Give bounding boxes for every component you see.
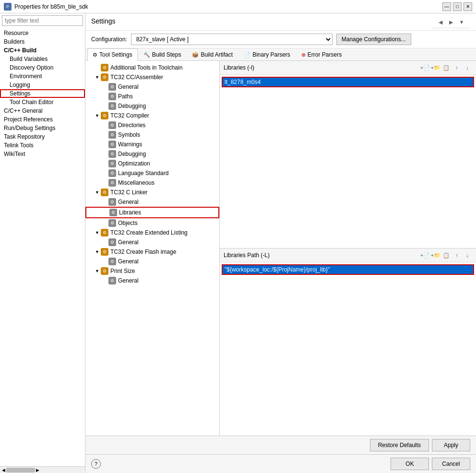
- sidebar-item-discovery[interactable]: Discovery Option: [0, 63, 85, 72]
- restore-defaults-button[interactable]: Restore Defaults: [370, 439, 429, 451]
- sidebar-item-resource[interactable]: Resource: [0, 29, 85, 37]
- print-size-icon: ⚙: [101, 267, 108, 275]
- sidebar-item-telink-tools[interactable]: Telink Tools: [0, 141, 85, 150]
- libpath-add-button[interactable]: +📄: [420, 250, 430, 260]
- content-panel: Settings ◀ ▶ ▼ Configuration: 827x_slave…: [85, 13, 476, 473]
- config-select[interactable]: 827x_slave [ Active ]: [131, 34, 333, 45]
- general-linker-icon: ⚙: [108, 198, 116, 206]
- nav-dropdown-button[interactable]: ▼: [457, 17, 466, 27]
- tree-item-general-linker[interactable]: ⚙ General: [85, 197, 219, 207]
- libraries-add-workspace-button[interactable]: 📋: [441, 63, 451, 72]
- sidebar-item-settings[interactable]: Settings: [0, 89, 85, 98]
- optimization-icon: ⚙: [108, 160, 116, 167]
- libpath-add-workspace-button[interactable]: 📋: [441, 250, 451, 260]
- libpath-move-down-icon: ↓: [466, 252, 469, 258]
- sidebar-item-toolchain-editor[interactable]: Tool Chain Editor: [0, 98, 85, 106]
- tab-build-artifact[interactable]: 📦 Build Artifact: [187, 48, 238, 60]
- sidebar-item-logging[interactable]: Logging: [0, 81, 85, 89]
- scroll-right-arrow[interactable]: ▶: [35, 468, 40, 473]
- library-row-0[interactable]: lt_8278_m0s4: [222, 77, 474, 87]
- tc32-linker-icon: ⚙: [101, 189, 108, 196]
- tab-build-steps[interactable]: 🔨 Build Steps: [138, 48, 187, 60]
- tree-item-debugging-2[interactable]: ⚙ Debugging: [85, 149, 219, 159]
- directories-icon: ⚙: [108, 121, 116, 129]
- title-bar: P Properties for b85m_ble_sdk — □ ✕: [0, 0, 476, 13]
- libraries-path-section: Libraries Path (-L) +📄 +📁 📋: [220, 248, 476, 436]
- libraries-actions: +📄 +📁 📋 ↑ ↓: [420, 63, 472, 72]
- tab-tool-settings[interactable]: ⚙ Tool Settings: [87, 48, 138, 61]
- sidebar-item-run-debug[interactable]: Run/Debug Settings: [0, 124, 85, 132]
- sidebar-scrollbar[interactable]: ◀ ▶: [0, 466, 85, 473]
- tc32-compiler-icon: ⚙: [101, 112, 108, 119]
- tree-item-tc32-flash[interactable]: ▼ ⚙ TC32 Create Flash image: [85, 247, 219, 257]
- ok-button[interactable]: OK: [391, 458, 429, 470]
- tree-item-tc32-compiler[interactable]: ▼ ⚙ TC32 Compiler: [85, 111, 219, 120]
- tab-binary-parsers[interactable]: 📄 Binary Parsers: [238, 48, 296, 60]
- sidebar-item-buildvars[interactable]: Build Variables: [0, 55, 85, 63]
- sidebar-item-cpp-general[interactable]: C/C++ General: [0, 106, 85, 115]
- error-parsers-icon: ⊗: [301, 52, 306, 58]
- tree-item-directories[interactable]: ⚙ Directories: [85, 120, 219, 130]
- tree-item-tc32-extended-listing[interactable]: ▼ ⚙ TC32 Create Extended Listing: [85, 228, 219, 237]
- libraries-move-down-button[interactable]: ↓: [463, 63, 472, 72]
- tab-error-parsers[interactable]: ⊗ Error Parsers: [296, 48, 347, 60]
- config-bar: Configuration: 827x_slave [ Active ] Man…: [85, 31, 476, 48]
- tree-item-general-flash[interactable]: ⚙ General: [85, 257, 219, 266]
- dialog-bottom: ? OK Cancel: [85, 454, 476, 473]
- libraries-add-file-button[interactable]: +📁: [431, 63, 440, 72]
- manage-configs-button[interactable]: Manage Configurations...: [336, 34, 411, 45]
- tree-item-tc32-cc-assembler[interactable]: ▼ ⚙ TC32 CC/Assembler: [85, 72, 219, 82]
- libpath-add-workspace-icon: 📋: [443, 252, 450, 259]
- general-flash-icon: ⚙: [108, 258, 116, 265]
- tree-panel: ⚙ Additional Tools in Toolchain ▼ ⚙ TC32…: [85, 61, 220, 436]
- scroll-left-arrow[interactable]: ◀: [1, 468, 6, 473]
- build-artifact-icon: 📦: [192, 52, 199, 58]
- libraries-move-up-button[interactable]: ↑: [452, 63, 462, 72]
- help-button[interactable]: ?: [91, 459, 101, 469]
- libpath-move-down-button[interactable]: ↓: [463, 250, 472, 260]
- libraries-add-button[interactable]: +📄: [420, 63, 430, 72]
- nav-back-button[interactable]: ◀: [436, 17, 445, 27]
- tree-item-tc32-c-linker[interactable]: ▼ ⚙ TC32 C Linker: [85, 188, 219, 197]
- filter-input[interactable]: [2, 15, 83, 26]
- minimize-button[interactable]: —: [442, 2, 451, 11]
- tree-item-print-size[interactable]: ▼ ⚙ Print Size: [85, 266, 219, 276]
- window-icon: P: [4, 3, 12, 11]
- tree-item-miscellaneous[interactable]: ⚙ Miscellaneous: [85, 178, 219, 188]
- libpath-add-file-button[interactable]: +📁: [431, 250, 440, 260]
- sidebar-item-task-repository[interactable]: Task Repository: [0, 132, 85, 141]
- tree-item-general-1[interactable]: ⚙ General: [85, 82, 219, 92]
- tree-item-objects[interactable]: ⚙ Objects: [85, 218, 219, 228]
- sidebar-item-environment[interactable]: Environment: [0, 72, 85, 81]
- maximize-button[interactable]: □: [453, 2, 462, 11]
- apply-button[interactable]: Apply: [432, 439, 470, 451]
- objects-icon: ⚙: [108, 219, 116, 227]
- tab-error-parsers-label: Error Parsers: [308, 51, 342, 58]
- tree-item-language-standard[interactable]: ⚙ Language Standard: [85, 168, 219, 178]
- tree-item-symbols[interactable]: ⚙ Symbols: [85, 130, 219, 140]
- libpath-row-0[interactable]: "${workspace_loc:/${ProjName}/proj_lib}": [222, 264, 474, 275]
- tree-item-general-extended[interactable]: ⚙ General: [85, 237, 219, 247]
- tree-item-libraries[interactable]: ⚙ Libraries: [85, 207, 219, 218]
- sidebar-item-builders[interactable]: Builders: [0, 37, 85, 46]
- libpath-move-up-button[interactable]: ↑: [452, 250, 462, 260]
- sidebar-item-wikitext[interactable]: WikiText: [0, 150, 85, 158]
- libraries-path-actions: +📄 +📁 📋 ↑ ↓: [420, 250, 472, 260]
- cancel-button[interactable]: Cancel: [432, 458, 470, 470]
- sidebar-item-cppbuild[interactable]: C/C++ Build: [0, 46, 85, 55]
- tree-item-additional-tools[interactable]: ⚙ Additional Tools in Toolchain: [85, 63, 219, 72]
- add-file-icon: +📁: [431, 65, 440, 71]
- tree-item-warnings[interactable]: ⚙ Warnings: [85, 140, 219, 149]
- tree-item-general-printsize[interactable]: ⚙ General: [85, 276, 219, 285]
- paths-icon: ⚙: [108, 93, 116, 100]
- sidebar-item-project-references[interactable]: Project References: [0, 115, 85, 124]
- close-button[interactable]: ✕: [464, 2, 472, 11]
- scroll-thumb[interactable]: [6, 468, 35, 473]
- tree-item-optimization[interactable]: ⚙ Optimization: [85, 159, 219, 168]
- miscellaneous-icon: ⚙: [108, 179, 116, 187]
- tree-item-debugging-1[interactable]: ⚙ Debugging: [85, 101, 219, 111]
- nav-forward-button[interactable]: ▶: [446, 17, 456, 27]
- move-down-icon: ↓: [466, 65, 469, 71]
- bottom-right-buttons: Restore Defaults Apply: [370, 439, 470, 451]
- tree-item-paths[interactable]: ⚙ Paths: [85, 92, 219, 101]
